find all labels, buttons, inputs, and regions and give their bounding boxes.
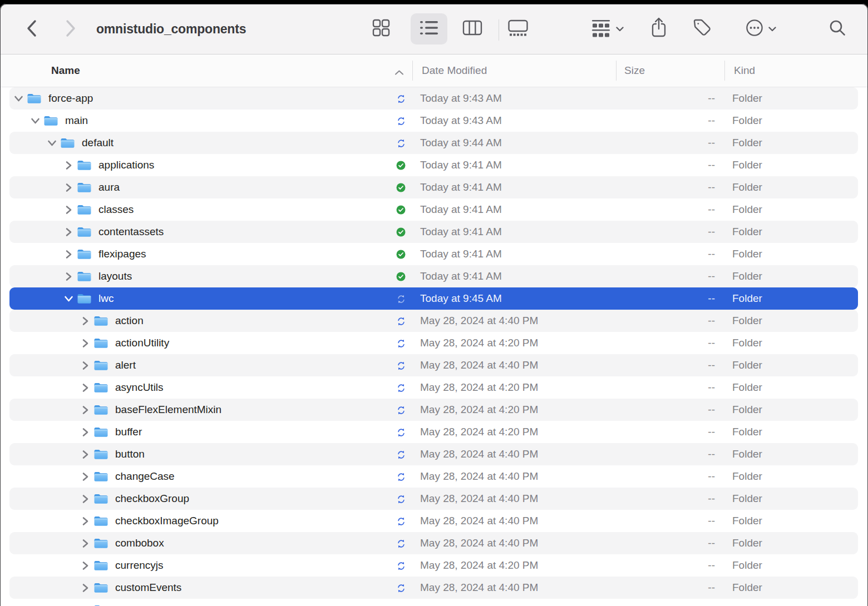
table-row[interactable]: combobox May 28, 2024 at 4:40 PM -- Fold… [0, 532, 868, 554]
disclosure-chevron-icon[interactable] [78, 492, 92, 505]
disclosure-chevron-icon[interactable] [62, 158, 75, 172]
table-row[interactable]: actionUtility May 28, 2024 at 4:20 PM --… [0, 332, 868, 354]
kind-cell: Folder [732, 198, 762, 221]
table-row[interactable]: checkboxImageGroup May 28, 2024 at 4:40 … [0, 510, 868, 532]
disclosure-chevron-icon[interactable] [62, 181, 75, 194]
tag-icon [692, 17, 713, 41]
table-row[interactable]: force-app Today at 9:43 AM -- Folder [0, 87, 868, 110]
disclosure-chevron-icon[interactable] [78, 425, 92, 439]
disclosure-chevron-icon[interactable] [78, 559, 92, 572]
date-modified-cell: Today at 9:41 AM [420, 265, 502, 287]
share-button[interactable] [640, 13, 677, 44]
table-row[interactable]: contentassets Today at 9:41 AM -- Folder [0, 221, 868, 243]
disclosure-chevron-icon[interactable] [78, 603, 92, 606]
column-view-icon [462, 18, 483, 39]
table-row[interactable]: dataInterpolation May 28, 2024 at 4:40 P… [0, 599, 868, 606]
size-cell: -- [615, 110, 715, 132]
column-view-button[interactable] [454, 13, 491, 44]
table-row[interactable]: asyncUtils May 28, 2024 at 4:20 PM -- Fo… [0, 376, 868, 399]
disclosure-chevron-icon[interactable] [78, 537, 92, 550]
group-by-button[interactable] [579, 13, 634, 44]
column-separator[interactable] [616, 61, 617, 81]
column-separator[interactable] [724, 61, 725, 81]
disclosure-chevron-icon[interactable] [45, 136, 58, 150]
folder-icon [77, 226, 92, 238]
column-header-size[interactable]: Size [624, 54, 645, 87]
table-row[interactable]: aura Today at 9:41 AM -- Folder [0, 176, 868, 198]
kind-cell: Folder [732, 354, 762, 376]
folder-icon [93, 582, 108, 594]
disclosure-chevron-icon[interactable] [62, 292, 75, 305]
disclosure-chevron-icon[interactable] [78, 403, 92, 416]
column-separator[interactable] [412, 61, 413, 81]
table-row[interactable]: button May 28, 2024 at 4:40 PM -- Folder [0, 443, 868, 465]
size-cell: -- [615, 577, 715, 599]
table-row[interactable]: lwc Today at 9:45 AM -- Folder [0, 287, 868, 310]
disclosure-chevron-icon[interactable] [62, 270, 75, 283]
table-row[interactable]: default Today at 9:44 AM -- Folder [0, 132, 868, 154]
disclosure-chevron-icon[interactable] [78, 336, 92, 350]
toolbar-divider [499, 19, 499, 41]
table-row[interactable]: checkboxGroup May 28, 2024 at 4:40 PM --… [0, 488, 868, 510]
icon-view-icon [371, 18, 391, 40]
table-row[interactable]: classes Today at 9:41 AM -- Folder [0, 198, 868, 221]
disclosure-chevron-icon[interactable] [62, 203, 75, 216]
file-name: button [115, 448, 145, 460]
disclosure-chevron-icon[interactable] [78, 381, 92, 394]
table-row[interactable]: alert May 28, 2024 at 4:40 PM -- Folder [0, 354, 868, 376]
column-header-kind[interactable]: Kind [734, 54, 755, 87]
file-name: lwc [98, 292, 114, 305]
table-row[interactable]: changeCase May 28, 2024 at 4:40 PM -- Fo… [0, 465, 868, 488]
size-cell: -- [615, 599, 715, 606]
disclosure-chevron-icon[interactable] [78, 448, 92, 461]
table-row[interactable]: currencyjs May 28, 2024 at 4:20 PM -- Fo… [0, 554, 868, 577]
kind-cell: Folder [732, 599, 762, 606]
sync-icon [396, 583, 406, 593]
kind-cell: Folder [732, 176, 762, 198]
table-row[interactable]: baseFlexElementMixin May 28, 2024 at 4:2… [0, 399, 868, 421]
table-row[interactable]: customEvents May 28, 2024 at 4:40 PM -- … [0, 577, 868, 599]
disclosure-chevron-icon[interactable] [78, 314, 92, 327]
more-options-button[interactable] [732, 13, 788, 44]
synced-check-icon [396, 161, 406, 170]
icon-view-button[interactable] [363, 13, 400, 44]
file-name: layouts [98, 270, 132, 282]
disclosure-chevron-icon[interactable] [62, 247, 75, 261]
table-row[interactable]: applications Today at 9:41 AM -- Folder [0, 154, 868, 176]
kind-cell: Folder [732, 399, 762, 421]
disclosure-chevron-icon[interactable] [78, 359, 92, 372]
table-row[interactable]: action May 28, 2024 at 4:40 PM -- Folder [0, 310, 868, 332]
date-modified-cell: Today at 9:41 AM [420, 221, 502, 243]
date-modified-cell: May 28, 2024 at 4:40 PM [420, 310, 538, 332]
date-modified-cell: May 28, 2024 at 4:40 PM [420, 532, 538, 554]
table-row[interactable]: layouts Today at 9:41 AM -- Folder [0, 265, 868, 287]
name-cell: checkboxImageGroup [0, 510, 490, 532]
tag-button[interactable] [684, 13, 721, 44]
folder-icon [93, 449, 108, 460]
folder-icon [93, 315, 108, 327]
disclosure-chevron-icon[interactable] [78, 514, 92, 528]
sync-icon [396, 494, 406, 504]
gallery-view-button[interactable] [500, 13, 536, 44]
date-modified-cell: Today at 9:41 AM [420, 198, 502, 221]
table-row[interactable]: main Today at 9:43 AM -- Folder [0, 110, 868, 132]
disclosure-chevron-icon[interactable] [12, 92, 25, 105]
column-header-name[interactable]: Name [51, 54, 80, 87]
disclosure-chevron-icon[interactable] [62, 225, 75, 239]
column-header-date-modified[interactable]: Date Modified [422, 54, 487, 87]
disclosure-chevron-icon[interactable] [78, 581, 92, 594]
forward-button[interactable] [61, 19, 81, 40]
back-button[interactable] [21, 19, 41, 40]
list-view-button[interactable] [411, 13, 447, 44]
size-cell: -- [615, 287, 715, 310]
date-modified-cell: May 28, 2024 at 4:20 PM [420, 399, 538, 421]
table-row[interactable]: flexipages Today at 9:41 AM -- Folder [0, 243, 868, 265]
forward-chevron-icon [66, 19, 76, 39]
sync-icon [396, 94, 406, 103]
kind-cell: Folder [732, 465, 762, 488]
disclosure-chevron-icon[interactable] [28, 114, 42, 127]
date-modified-cell: May 28, 2024 at 4:20 PM [420, 554, 538, 577]
table-row[interactable]: buffer May 28, 2024 at 4:20 PM -- Folder [0, 421, 868, 443]
disclosure-chevron-icon[interactable] [78, 470, 92, 483]
search-button[interactable] [819, 13, 856, 44]
